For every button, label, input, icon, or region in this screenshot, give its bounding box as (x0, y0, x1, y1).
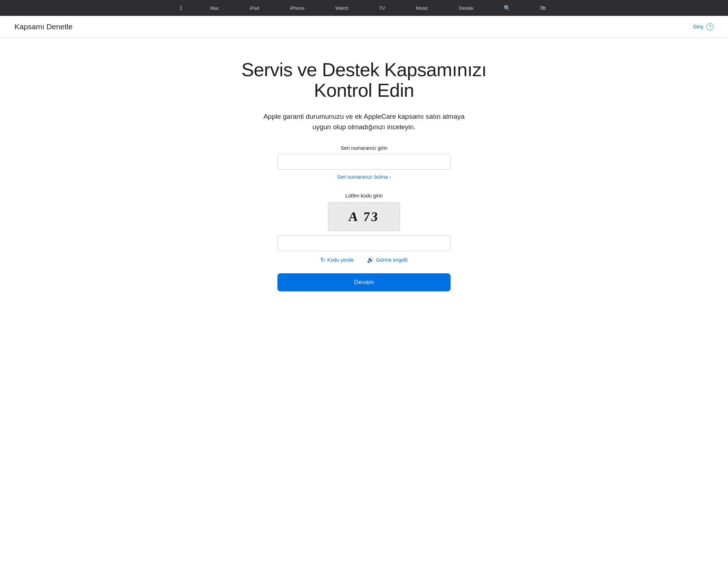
captcha-image: A 73 (328, 202, 400, 231)
submit-button[interactable]: Devam (277, 273, 451, 291)
main-subtext: Apple garanti durumunuzu ve ek AppleCare… (256, 112, 472, 132)
main-content: Servis ve Destek Kapsamınızı Kontrol Edi… (0, 38, 728, 320)
find-serial-link[interactable]: Seri numaranızı bulma › (337, 174, 391, 180)
accessibility-label: Görme engelli (376, 257, 408, 263)
serial-input[interactable] (277, 154, 451, 170)
login-link[interactable]: Giriş (693, 24, 703, 30)
apple-logo-icon[interactable]:  (180, 4, 183, 12)
search-icon[interactable]: 🔍 (501, 5, 513, 12)
form-section: Seri numaranızı girin Seri numaranızı bu… (277, 145, 451, 291)
subheader-right: Giriş ? (693, 23, 714, 30)
bag-icon[interactable]: 🛍 (538, 5, 548, 11)
accessibility-button[interactable]: 🔊 Görme engelli (367, 256, 408, 263)
nav-item-music[interactable]: Music (413, 5, 431, 11)
speaker-icon: 🔊 (367, 256, 374, 263)
nav-item-iphone[interactable]: iPhone (287, 5, 307, 11)
refresh-label: Kodu yenile (327, 257, 354, 263)
nav-item-watch[interactable]: Watch (332, 5, 351, 11)
nav-item-tv[interactable]: TV (376, 5, 388, 11)
refresh-icon: ↻ (320, 256, 325, 263)
captcha-text: A 73 (348, 209, 380, 224)
help-icon[interactable]: ? (706, 23, 714, 30)
captcha-label: Lütfen kodu girin (345, 193, 383, 199)
navigation:  Mac iPad iPhone Watch TV Music Destek … (0, 0, 728, 16)
captcha-input[interactable] (277, 235, 451, 251)
subheader: Kapsamı Denetle Giriş ? (0, 16, 728, 38)
main-heading: Servis ve Destek Kapsamınızı Kontrol Edi… (238, 60, 490, 101)
refresh-captcha-button[interactable]: ↻ Kodu yenile (320, 256, 354, 263)
nav-item-mac[interactable]: Mac (207, 5, 222, 11)
page-title: Kapsamı Denetle (14, 22, 73, 31)
nav-item-ipad[interactable]: iPad (247, 5, 262, 11)
captcha-actions: ↻ Kodu yenile 🔊 Görme engelli (320, 256, 407, 263)
nav-item-destek[interactable]: Destek (456, 5, 476, 11)
serial-label: Seri numaranızı girin (341, 145, 387, 151)
